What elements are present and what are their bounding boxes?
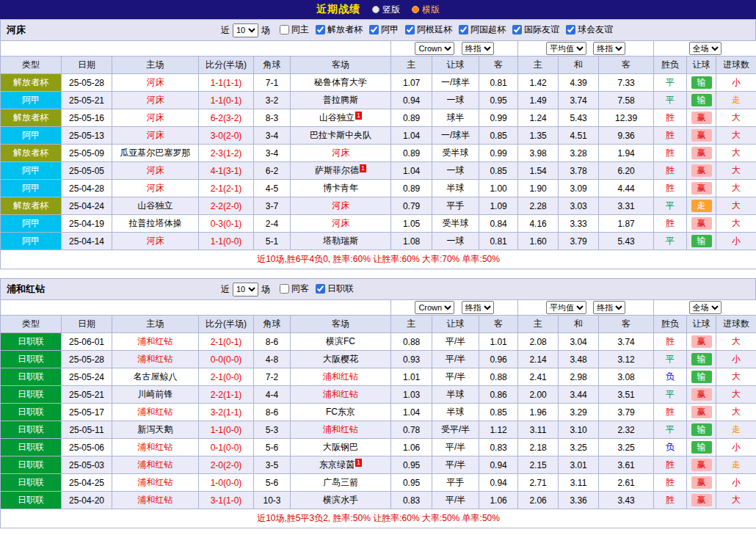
away-team-name: 东京绿茵 bbox=[319, 459, 355, 470]
league-type-badge: 日职联 bbox=[1, 368, 62, 386]
asian-odds-value: 0.86 bbox=[479, 386, 518, 404]
col-asian-handicap: 让球 bbox=[432, 57, 479, 74]
away-team[interactable]: 塔勒瑞斯 bbox=[291, 233, 391, 250]
away-team-name: 河床 bbox=[332, 218, 349, 228]
home-team[interactable]: 浦和红钻 bbox=[112, 404, 199, 421]
scope-select[interactable]: 全场 bbox=[689, 42, 722, 55]
league-type-badge: 日职联 bbox=[1, 351, 62, 368]
goals-result: 小 bbox=[716, 74, 756, 92]
home-team[interactable]: 名古屋鲸八 bbox=[112, 368, 199, 386]
away-team[interactable]: 博卡青年 bbox=[291, 180, 391, 197]
asian-odds-value: 平手 bbox=[432, 197, 479, 215]
league-filter-checkbox[interactable] bbox=[566, 25, 575, 34]
league-filter[interactable]: 日职联 bbox=[316, 283, 354, 295]
league-filter[interactable]: 阿国超杯 bbox=[459, 23, 506, 36]
asian-odds-value: 平/半 bbox=[432, 456, 479, 474]
league-filter-label: 阿根廷杯 bbox=[417, 23, 452, 36]
euro-final-index-select[interactable]: 终指 bbox=[593, 301, 625, 314]
euro-average-select[interactable]: 平均值 bbox=[546, 301, 586, 314]
home-team[interactable]: 浦和红钻 bbox=[112, 351, 199, 368]
home-team[interactable]: 河床 bbox=[112, 127, 199, 145]
away-team[interactable]: 大阪钢巴 bbox=[291, 439, 391, 456]
league-filter[interactable]: 球会友谊 bbox=[566, 23, 613, 36]
league-type-badge: 解放者杯 bbox=[1, 145, 62, 162]
home-team[interactable]: 浦和红钻 bbox=[112, 439, 199, 456]
layout-option-vertical[interactable]: 竖版 bbox=[372, 4, 400, 16]
home-team[interactable]: 浦和红钻 bbox=[112, 456, 199, 474]
home-team[interactable]: 河床 bbox=[112, 109, 199, 127]
league-filter[interactable]: 阿甲 bbox=[369, 23, 399, 36]
layout-option-horizontal[interactable]: 横版 bbox=[412, 4, 440, 16]
away-team[interactable]: 横滨FC bbox=[291, 333, 391, 351]
euro-average-select[interactable]: 平均值 bbox=[546, 42, 586, 55]
league-filter[interactable]: 解放者杯 bbox=[316, 23, 363, 36]
home-team[interactable]: 新泻天鹅 bbox=[112, 421, 199, 439]
away-team[interactable]: 巴拉卡斯中央队 bbox=[291, 127, 391, 145]
home-team[interactable]: 山谷独立 bbox=[112, 197, 199, 215]
euro-odds-value: 4.44 bbox=[599, 180, 654, 197]
same-venue-filter[interactable]: 同主 bbox=[280, 23, 309, 36]
away-team[interactable]: 山谷独立1 bbox=[291, 109, 391, 127]
away-team[interactable]: 浦和红钻 bbox=[291, 368, 391, 386]
away-team[interactable]: 广岛三箭 bbox=[291, 474, 391, 492]
away-team[interactable]: 河床 bbox=[291, 145, 391, 162]
away-team[interactable]: 河床 bbox=[291, 197, 391, 215]
away-team[interactable]: 东京绿茵1 bbox=[291, 456, 391, 474]
away-team-name: 横滨水手 bbox=[323, 495, 358, 505]
home-team[interactable]: 河床 bbox=[112, 74, 199, 92]
asian-odds-value: 半球 bbox=[432, 180, 479, 197]
recent-count-select[interactable]: 10 bbox=[233, 283, 258, 296]
away-team[interactable]: 大阪樱花 bbox=[291, 351, 391, 368]
league-type-badge: 日职联 bbox=[1, 333, 62, 351]
away-team[interactable]: 横滨水手 bbox=[291, 492, 391, 509]
league-filter[interactable]: 国际友谊 bbox=[512, 23, 559, 36]
corner-count: 8-6 bbox=[254, 404, 291, 421]
home-team[interactable]: 河床 bbox=[112, 162, 199, 180]
same-venue-filter[interactable]: 同客 bbox=[280, 283, 309, 295]
home-team[interactable]: 浦和红钻 bbox=[112, 474, 199, 492]
league-type-badge: 日职联 bbox=[1, 386, 62, 404]
home-team[interactable]: 河床 bbox=[112, 180, 199, 197]
league-filter[interactable]: 阿根廷杯 bbox=[405, 23, 452, 36]
home-team[interactable]: 瓜亚基尔巴塞罗那 bbox=[112, 145, 199, 162]
asian-final-index-select[interactable]: 终指 bbox=[462, 301, 494, 314]
away-team-name: 塔勒瑞斯 bbox=[323, 236, 358, 246]
scope-select[interactable]: 全场 bbox=[689, 301, 722, 314]
league-filter-checkbox[interactable] bbox=[405, 25, 415, 34]
same-venue-filter-checkbox[interactable] bbox=[280, 25, 289, 34]
same-venue-filter-checkbox[interactable] bbox=[280, 284, 289, 294]
away-team[interactable]: 浦和红钻 bbox=[291, 421, 391, 439]
away-team[interactable]: FC东京 bbox=[291, 404, 391, 421]
odds-source-select[interactable]: Crown bbox=[415, 301, 454, 314]
league-filter-checkbox[interactable] bbox=[512, 25, 522, 34]
wdl-result: 胜 bbox=[654, 162, 687, 180]
home-team[interactable]: 浦和红钻 bbox=[112, 492, 199, 509]
home-team[interactable]: 河床 bbox=[112, 233, 199, 250]
away-team-name: 河床 bbox=[332, 200, 349, 211]
asian-final-index-select[interactable]: 终指 bbox=[462, 42, 494, 55]
wdl-result: 胜 bbox=[654, 404, 687, 421]
home-team[interactable]: 川崎前锋 bbox=[112, 386, 199, 404]
handicap-result-badge: 赢 bbox=[691, 459, 712, 471]
home-team[interactable]: 浦和红钻 bbox=[112, 333, 199, 351]
away-team[interactable]: 河床 bbox=[291, 215, 391, 233]
euro-odds-value: 1.90 bbox=[518, 180, 559, 197]
away-team[interactable]: 秘鲁体育大学 bbox=[291, 74, 391, 92]
odds-source-select[interactable]: Crown bbox=[415, 42, 454, 55]
euro-final-index-select[interactable]: 终指 bbox=[593, 42, 625, 55]
euro-odds-value: 3.08 bbox=[599, 368, 654, 386]
euro-odds-value: 1.54 bbox=[518, 162, 559, 180]
home-team[interactable]: 河床 bbox=[112, 92, 199, 109]
league-filter-checkbox[interactable] bbox=[369, 25, 379, 34]
away-team[interactable]: 浦和红钻 bbox=[291, 386, 391, 404]
league-filter-checkbox[interactable] bbox=[459, 25, 468, 34]
away-team[interactable]: 普拉腾斯 bbox=[291, 92, 391, 109]
recent-count-select[interactable]: 10 bbox=[233, 23, 258, 37]
league-filter-checkbox[interactable] bbox=[316, 25, 325, 34]
away-team[interactable]: 萨斯菲尔德1 bbox=[291, 162, 391, 180]
asian-odds-value: 一球 bbox=[432, 92, 479, 109]
asian-odds-value: 1.12 bbox=[479, 421, 518, 439]
score-halftime: 3-1(1-0) bbox=[199, 492, 254, 509]
league-filter-checkbox[interactable] bbox=[316, 284, 325, 294]
home-team[interactable]: 拉普拉塔体操 bbox=[112, 215, 199, 233]
